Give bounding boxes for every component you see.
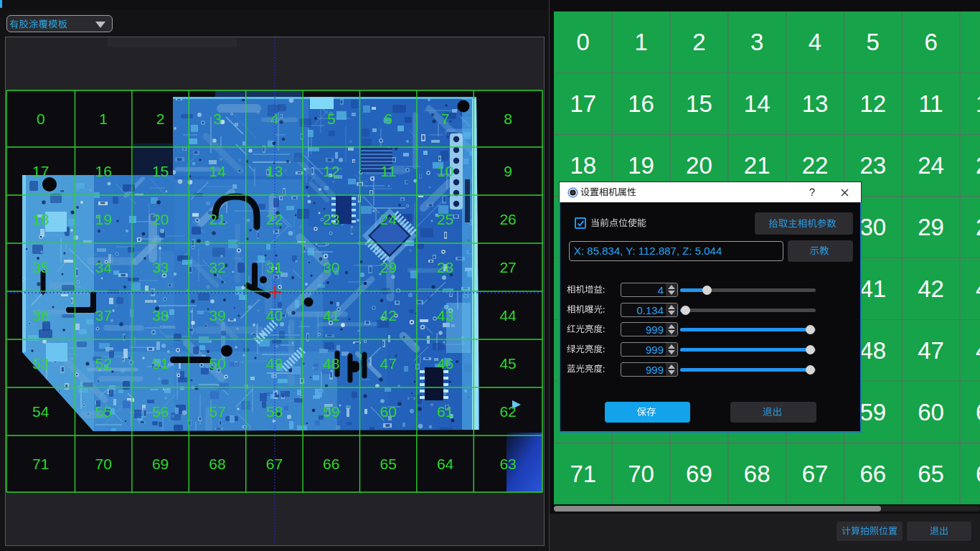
- svg-text:27: 27: [499, 259, 516, 276]
- svg-text:41: 41: [859, 276, 886, 302]
- svg-text:43: 43: [976, 276, 980, 302]
- svg-text:10: 10: [976, 90, 980, 117]
- svg-text:24: 24: [380, 211, 397, 227]
- svg-text:25: 25: [437, 211, 453, 227]
- svg-text:52: 52: [95, 355, 112, 372]
- svg-text:68: 68: [744, 461, 771, 487]
- svg-text:0: 0: [37, 110, 45, 127]
- svg-text:20: 20: [152, 211, 169, 227]
- svg-text:46: 46: [976, 337, 980, 364]
- svg-text:35: 35: [32, 259, 49, 276]
- svg-text:70: 70: [628, 461, 654, 487]
- svg-text:43: 43: [437, 307, 453, 324]
- svg-text:29: 29: [380, 259, 397, 276]
- svg-text:51: 51: [152, 355, 169, 372]
- svg-text:44: 44: [499, 307, 517, 324]
- svg-text:17: 17: [32, 163, 49, 179]
- svg-text:50: 50: [209, 355, 225, 372]
- svg-text:24: 24: [918, 152, 944, 179]
- svg-text:41: 41: [323, 307, 339, 324]
- svg-text:69: 69: [152, 456, 169, 472]
- svg-text:18: 18: [32, 211, 49, 227]
- svg-text:19: 19: [95, 211, 112, 227]
- svg-text:62: 62: [499, 403, 516, 420]
- svg-text:60: 60: [918, 399, 944, 425]
- svg-text:66: 66: [323, 456, 339, 472]
- svg-text:42: 42: [918, 276, 944, 302]
- svg-text:23: 23: [859, 152, 886, 179]
- svg-text:59: 59: [859, 399, 886, 425]
- svg-text:53: 53: [32, 355, 49, 372]
- svg-text:13: 13: [802, 90, 829, 117]
- svg-text:15: 15: [686, 90, 712, 117]
- svg-text:46: 46: [437, 355, 453, 372]
- svg-text:64: 64: [976, 461, 980, 487]
- svg-text:67: 67: [266, 456, 283, 472]
- svg-text:38: 38: [152, 307, 169, 324]
- svg-text:71: 71: [32, 456, 49, 472]
- svg-text:42: 42: [380, 307, 397, 324]
- svg-text:67: 67: [802, 461, 829, 487]
- svg-text:68: 68: [209, 456, 225, 472]
- svg-text:48: 48: [859, 337, 886, 364]
- svg-text:65: 65: [918, 461, 944, 487]
- svg-text:10: 10: [437, 163, 453, 179]
- svg-text:57: 57: [209, 403, 225, 420]
- svg-text:70: 70: [95, 456, 112, 472]
- svg-text:30: 30: [323, 259, 339, 276]
- svg-text:2: 2: [692, 29, 705, 55]
- svg-text:69: 69: [686, 461, 712, 487]
- svg-text:47: 47: [918, 337, 944, 364]
- svg-text:25: 25: [976, 152, 980, 179]
- svg-text:20: 20: [686, 152, 712, 179]
- svg-text:61: 61: [437, 403, 453, 420]
- svg-text:2: 2: [156, 110, 165, 127]
- svg-text:21: 21: [744, 152, 771, 179]
- svg-text:16: 16: [95, 163, 112, 179]
- svg-text:7: 7: [441, 110, 450, 127]
- svg-text:11: 11: [380, 163, 396, 179]
- svg-text:15: 15: [152, 163, 169, 179]
- svg-text:19: 19: [628, 152, 654, 179]
- svg-text:16: 16: [628, 90, 654, 117]
- svg-text:61: 61: [976, 399, 980, 425]
- svg-text:26: 26: [499, 211, 516, 227]
- svg-text:29: 29: [918, 214, 944, 240]
- svg-text:49: 49: [266, 355, 283, 372]
- svg-text:60: 60: [380, 403, 397, 420]
- svg-text:34: 34: [95, 259, 113, 276]
- svg-text:30: 30: [859, 214, 886, 240]
- svg-text:9: 9: [504, 163, 512, 179]
- svg-text:12: 12: [323, 163, 339, 179]
- svg-text:66: 66: [859, 461, 886, 487]
- svg-text:0: 0: [577, 29, 590, 55]
- svg-text:36: 36: [32, 307, 49, 324]
- svg-text:6: 6: [924, 29, 937, 55]
- svg-text:13: 13: [266, 163, 283, 179]
- svg-text:22: 22: [802, 152, 829, 179]
- svg-text:5: 5: [327, 110, 336, 127]
- svg-text:3: 3: [750, 29, 763, 55]
- svg-text:14: 14: [209, 163, 226, 179]
- svg-text:4: 4: [809, 29, 821, 55]
- svg-text:54: 54: [32, 403, 50, 420]
- svg-text:11: 11: [918, 90, 943, 117]
- svg-text:71: 71: [570, 461, 596, 487]
- svg-text:56: 56: [152, 403, 169, 420]
- svg-text:33: 33: [152, 259, 169, 276]
- svg-text:37: 37: [95, 307, 112, 324]
- svg-text:1: 1: [99, 110, 108, 127]
- svg-text:28: 28: [437, 259, 453, 276]
- svg-text:21: 21: [209, 211, 225, 227]
- svg-text:12: 12: [859, 90, 886, 117]
- svg-text:14: 14: [744, 90, 771, 117]
- svg-text:18: 18: [570, 152, 596, 179]
- svg-text:48: 48: [323, 355, 339, 372]
- svg-text:63: 63: [499, 456, 516, 472]
- svg-text:39: 39: [209, 307, 225, 324]
- svg-text:8: 8: [504, 110, 512, 127]
- svg-text:55: 55: [95, 403, 112, 420]
- svg-text:64: 64: [437, 456, 454, 472]
- svg-text:1: 1: [634, 29, 647, 55]
- svg-text:32: 32: [209, 259, 225, 276]
